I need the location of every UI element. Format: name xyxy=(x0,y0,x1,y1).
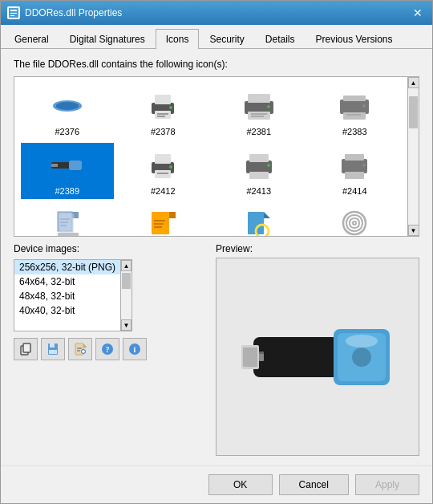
close-button[interactable]: ✕ xyxy=(410,5,426,21)
svg-rect-17 xyxy=(251,116,264,117)
icon-cell-2383[interactable]: #2383 xyxy=(309,83,402,140)
icon-img-2381 xyxy=(240,87,278,125)
svg-rect-61 xyxy=(23,343,30,352)
svg-rect-2 xyxy=(10,13,17,14)
svg-rect-34 xyxy=(249,172,269,179)
scroll-down-arrow[interactable]: ▼ xyxy=(408,225,419,236)
svg-rect-6 xyxy=(56,104,79,108)
svg-point-18 xyxy=(267,105,270,108)
icon-label-2381: #2381 xyxy=(246,127,271,136)
svg-rect-26 xyxy=(51,164,58,167)
scroll-thumb[interactable] xyxy=(409,96,418,128)
svg-point-82 xyxy=(352,348,371,367)
icon-grid-container: #2376 #2378 xyxy=(14,76,419,237)
help-button[interactable]: ? xyxy=(95,338,119,360)
cancel-button[interactable]: Cancel xyxy=(279,474,349,495)
device-scroll-down[interactable]: ▼ xyxy=(121,319,132,331)
icon-cell-2414[interactable]: #2414 xyxy=(309,143,402,199)
window-title: DDORes.dll Properties xyxy=(25,7,122,18)
tab-bar: General Digital Signatures Icons Securit… xyxy=(1,25,432,49)
svg-rect-38 xyxy=(345,172,364,179)
icon-label-2376: #2376 xyxy=(55,127,79,136)
device-images-label: Device images: xyxy=(14,243,206,254)
svg-rect-16 xyxy=(251,113,267,115)
icon-cell-2415[interactable]: #2415 xyxy=(21,202,114,237)
svg-rect-25 xyxy=(69,161,82,170)
svg-line-59 xyxy=(266,235,271,237)
icon-grid: #2376 #2378 xyxy=(14,77,407,236)
tab-security[interactable]: Security xyxy=(199,29,254,49)
tab-previous-versions[interactable]: Previous Versions xyxy=(306,29,403,49)
tab-icons[interactable]: Icons xyxy=(156,29,200,49)
bottom-section: Device images: 256x256, 32-bit (PNG) 64x… xyxy=(14,243,419,456)
icon-label-2413: #2413 xyxy=(246,186,271,196)
icon-cell-2389[interactable]: #2389 xyxy=(21,143,114,199)
icon-img-2378 xyxy=(144,87,182,125)
window-icon xyxy=(7,6,20,19)
svg-rect-63 xyxy=(50,343,55,348)
list-item-1[interactable]: 64x64, 32-bit xyxy=(14,274,120,289)
title-bar-left: DDORes.dll Properties xyxy=(7,6,122,19)
svg-marker-49 xyxy=(58,233,79,237)
icon-img-2416 xyxy=(144,205,182,237)
svg-rect-32 xyxy=(246,161,272,173)
svg-marker-66 xyxy=(83,343,87,348)
icon-img-2417 xyxy=(240,205,278,237)
apply-button[interactable]: Apply xyxy=(355,474,419,495)
description-text: The file DDORes.dll contains the followi… xyxy=(14,59,419,70)
svg-rect-37 xyxy=(345,154,364,161)
svg-text:?: ? xyxy=(106,345,110,354)
svg-text:i: i xyxy=(134,345,136,354)
list-item-2[interactable]: 48x48, 32-bit xyxy=(14,289,120,303)
icon-img-2414 xyxy=(335,146,374,185)
svg-rect-54 xyxy=(154,223,164,225)
scroll-up-arrow[interactable]: ▲ xyxy=(408,77,419,88)
svg-rect-33 xyxy=(249,154,269,162)
svg-rect-20 xyxy=(343,96,366,101)
tab-general[interactable]: General xyxy=(4,29,59,49)
svg-rect-1 xyxy=(10,10,17,11)
copy-button[interactable] xyxy=(14,338,38,360)
device-list-scrollbar[interactable]: ▲ ▼ xyxy=(121,259,132,331)
svg-rect-78 xyxy=(243,348,257,367)
preview-label: Preview: xyxy=(216,243,419,254)
svg-rect-30 xyxy=(157,173,168,174)
icon-label-2412: #2412 xyxy=(151,186,176,196)
footer: OK Cancel Apply xyxy=(1,465,432,503)
device-scroll-thumb[interactable] xyxy=(122,273,131,289)
icon-img-2418 xyxy=(335,205,374,237)
icon-label-2414: #2414 xyxy=(342,186,367,196)
tab-details[interactable]: Details xyxy=(255,29,306,49)
svg-rect-52 xyxy=(169,212,176,218)
icon-img-2376 xyxy=(48,87,87,125)
ok-button[interactable]: OK xyxy=(208,474,273,495)
icon-grid-scrollbar[interactable]: ▲ ▼ xyxy=(407,77,419,236)
icon-cell-2378[interactable]: #2378 xyxy=(117,83,210,140)
svg-rect-10 xyxy=(157,113,168,115)
svg-rect-22 xyxy=(346,114,361,116)
svg-rect-76 xyxy=(253,337,342,377)
export-button[interactable] xyxy=(68,338,92,360)
save-button[interactable] xyxy=(41,338,65,360)
icon-cell-2413[interactable]: #2413 xyxy=(212,143,306,199)
icon-cell-2376[interactable]: #2376 xyxy=(21,83,114,140)
icon-cell-2418[interactable]: #2418 xyxy=(309,202,402,237)
info-button[interactable]: i xyxy=(123,338,147,360)
icon-cell-2416[interactable]: #2416 xyxy=(117,202,210,237)
list-item-0[interactable]: 256x256, 32-bit (PNG) xyxy=(14,260,120,274)
icon-cell-2417[interactable]: #2417 xyxy=(212,202,306,237)
svg-rect-83 xyxy=(259,353,264,361)
device-scroll-up[interactable]: ▲ xyxy=(121,260,132,271)
icon-cell-2412[interactable]: #2412 xyxy=(117,143,210,199)
device-list: 256x256, 32-bit (PNG) 64x64, 32-bit 48x4… xyxy=(14,259,121,331)
svg-point-81 xyxy=(346,335,378,348)
icon-cell-2381[interactable]: #2381 xyxy=(212,83,306,140)
icon-img-2383 xyxy=(335,87,374,125)
right-panel: Preview: xyxy=(216,243,419,456)
list-item-3[interactable]: 40x40, 32-bit xyxy=(14,303,120,318)
tab-content: The file DDORes.dll contains the followi… xyxy=(1,49,432,465)
icon-label-2378: #2378 xyxy=(151,127,176,136)
tab-digital-signatures[interactable]: Digital Signatures xyxy=(59,29,156,49)
svg-rect-28 xyxy=(155,154,171,164)
svg-rect-11 xyxy=(157,116,165,117)
